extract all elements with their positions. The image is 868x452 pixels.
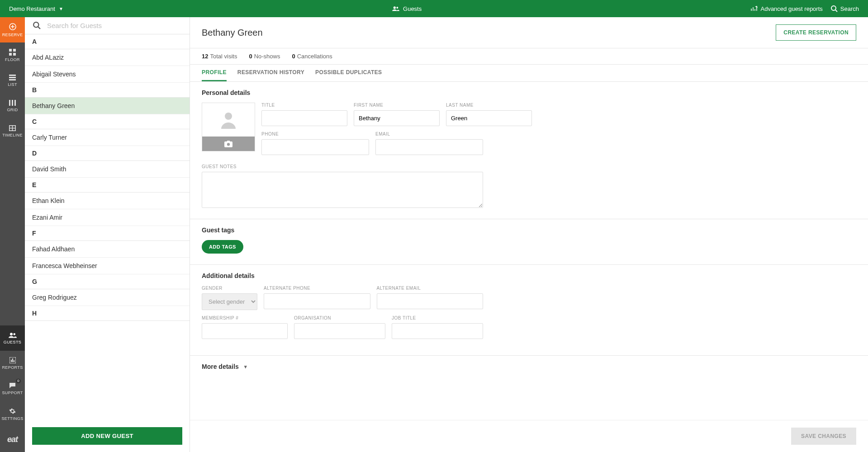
- tab-reservation-history[interactable]: RESERVATION HISTORY: [237, 65, 304, 81]
- nav-list-label: LIST: [8, 82, 17, 87]
- list-icon: [9, 75, 16, 80]
- restaurant-selector[interactable]: Demo Restaurant ▼: [9, 5, 63, 12]
- email-field-wrap: EMAIL: [375, 132, 483, 155]
- more-details-label: More details: [202, 363, 239, 370]
- nav-guests[interactable]: GUESTS: [0, 325, 25, 351]
- table-icon: [9, 125, 16, 131]
- svg-point-15: [10, 333, 13, 335]
- nav-reserve[interactable]: RESERVE: [0, 17, 25, 42]
- guest-list-item[interactable]: Abigail Stevens: [25, 66, 190, 83]
- first-name-field-wrap: FIRST NAME: [354, 103, 440, 126]
- guest-list-item[interactable]: Fahad Aldhaen: [25, 241, 190, 258]
- tab-possible-duplicates[interactable]: POSSIBLE DUPLICATES: [315, 65, 382, 81]
- gender-select[interactable]: Select gender: [202, 293, 257, 310]
- guest-tags-section: Guest tags ADD TAGS: [190, 219, 868, 265]
- last-name-input[interactable]: [446, 110, 532, 126]
- guest-list-item[interactable]: Abd ALaziz: [25, 49, 190, 66]
- phone-label: PHONE: [261, 132, 369, 137]
- gender-label: GENDER: [202, 286, 257, 291]
- more-details-toggle[interactable]: More details ▾: [190, 356, 868, 377]
- organisation-input[interactable]: [294, 323, 385, 339]
- nav-timeline[interactable]: TIMELINE: [0, 118, 25, 144]
- save-changes-button[interactable]: SAVE CHANGES: [791, 428, 856, 445]
- guest-search-input[interactable]: [47, 22, 181, 29]
- job-title-field-wrap: JOB TITLE: [392, 315, 483, 339]
- grid-icon: [9, 49, 16, 56]
- nav-logo[interactable]: eat: [0, 427, 25, 452]
- phone-field-wrap: PHONE: [261, 132, 369, 155]
- letter-header: A: [25, 34, 190, 49]
- footer-bar: SAVE CHANGES: [190, 420, 868, 452]
- svg-rect-9: [9, 77, 16, 78]
- guest-tags-title: Guest tags: [202, 226, 856, 234]
- svg-rect-17: [11, 360, 12, 362]
- title-input[interactable]: [261, 110, 347, 126]
- personal-details-section: Personal details: [190, 82, 868, 219]
- svg-point-2: [831, 6, 836, 10]
- advanced-reports-label: Advanced guest reports: [760, 5, 822, 12]
- letter-header: B: [25, 83, 190, 98]
- add-tags-button[interactable]: ADD TAGS: [202, 240, 243, 254]
- guest-list-item[interactable]: Ezani Amir: [25, 209, 190, 226]
- guest-list-item[interactable]: Greg Rodriguez: [25, 289, 190, 306]
- topbar-center-label: Guests: [403, 5, 422, 12]
- guest-list[interactable]: AAbd ALazizAbigail StevensBBethany Green…: [25, 34, 190, 420]
- guest-list-item[interactable]: Bethany Green: [25, 98, 190, 114]
- search-icon: [33, 22, 41, 29]
- svg-rect-10: [9, 79, 16, 80]
- add-new-guest-button[interactable]: ADD NEW GUEST: [32, 427, 182, 445]
- search-link[interactable]: Search: [831, 5, 859, 12]
- nav-guests-label: GUESTS: [4, 340, 21, 344]
- letter-header: D: [25, 146, 190, 161]
- guest-list-item[interactable]: Ethan Klein: [25, 193, 190, 209]
- alt-phone-input[interactable]: [264, 293, 370, 309]
- upload-photo-button[interactable]: [202, 137, 255, 151]
- email-label: EMAIL: [375, 132, 483, 137]
- nav-reports[interactable]: REPORTS: [0, 351, 25, 376]
- nav-support[interactable]: 0 SUPPORT: [0, 376, 25, 401]
- reports-icon: [750, 5, 758, 12]
- nav-grid[interactable]: GRID: [0, 93, 25, 118]
- nav-list[interactable]: LIST: [0, 68, 25, 93]
- nav-floor[interactable]: FLOOR: [0, 42, 25, 68]
- guest-search-row: [25, 17, 190, 34]
- membership-field-wrap: MEMBERSHIP #: [202, 315, 288, 339]
- additional-details-section: Additional details GENDER Select gender …: [190, 265, 868, 356]
- letter-header: F: [25, 226, 190, 241]
- advanced-reports-link[interactable]: Advanced guest reports: [750, 5, 822, 12]
- svg-point-22: [225, 113, 232, 120]
- svg-rect-18: [12, 358, 13, 362]
- email-input[interactable]: [375, 139, 483, 155]
- phone-input[interactable]: [261, 139, 369, 155]
- create-reservation-button[interactable]: CREATE RESERVATION: [776, 24, 856, 41]
- svg-rect-11: [9, 100, 10, 106]
- guest-stats: 12Total visits 0No-shows 0Cancellations: [190, 48, 868, 65]
- topbar: Demo Restaurant ▼ Guests Advanced guest …: [0, 0, 868, 17]
- guest-list-item[interactable]: David Smith: [25, 161, 190, 178]
- nav-settings-label: SETTINGS: [1, 416, 23, 421]
- plus-circle-icon: [9, 23, 17, 31]
- organisation-field-wrap: ORGANISATION: [294, 315, 385, 339]
- job-title-input[interactable]: [392, 323, 483, 339]
- nav-settings[interactable]: SETTINGS: [0, 401, 25, 427]
- guest-list-item[interactable]: Carly Turner: [25, 129, 190, 146]
- personal-details-title: Personal details: [202, 89, 856, 96]
- letter-header: C: [25, 114, 190, 129]
- alt-email-input[interactable]: [377, 293, 484, 309]
- last-name-field-wrap: LAST NAME: [446, 103, 532, 126]
- title-label: TITLE: [261, 103, 347, 108]
- guest-notes-field-wrap: GUEST NOTES: [202, 164, 483, 208]
- search-label: Search: [840, 5, 859, 12]
- organisation-label: ORGANISATION: [294, 315, 385, 320]
- letter-header: G: [25, 274, 190, 289]
- title-field-wrap: TITLE: [261, 103, 347, 126]
- nav-grid-label: GRID: [7, 108, 18, 112]
- first-name-input[interactable]: [354, 110, 440, 126]
- chevron-down-icon: ▼: [59, 6, 63, 11]
- guest-list-item[interactable]: Francesca Webheinser: [25, 258, 190, 274]
- svg-point-1: [396, 7, 398, 9]
- guest-notes-input[interactable]: [202, 172, 483, 208]
- tab-profile[interactable]: PROFILE: [202, 65, 227, 81]
- membership-input[interactable]: [202, 323, 288, 339]
- support-badge: 0: [16, 379, 21, 383]
